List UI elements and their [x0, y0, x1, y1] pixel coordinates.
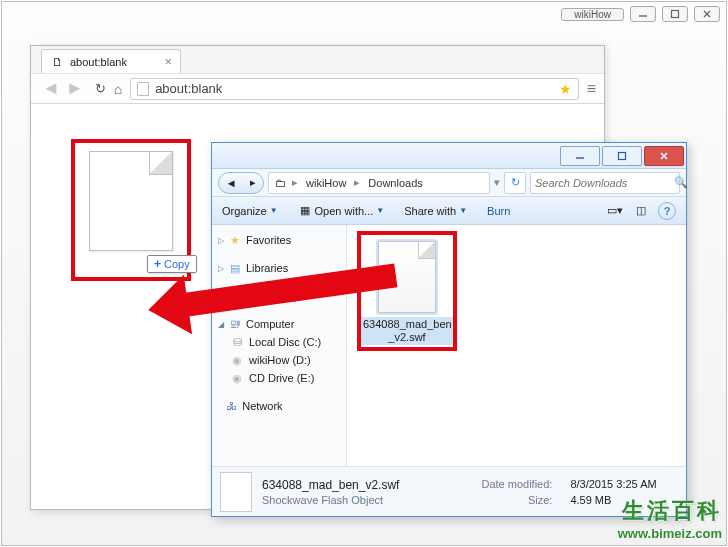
svg-rect-1: [672, 11, 679, 18]
sidebar-item-computer[interactable]: ◢🖳Computer: [212, 315, 346, 333]
disc-icon: ◉: [230, 353, 244, 367]
sidebar-item-cd-drive[interactable]: ◉CD Drive (E:): [212, 369, 346, 387]
details-date-value: 8/3/2015 3:25 AM: [570, 478, 678, 492]
forward-button[interactable]: ►: [63, 78, 87, 99]
url-box[interactable]: ★: [130, 78, 579, 100]
outer-window: wikiHow 🗋 about:blank × ◄ ► ↻ ⌂ ★: [1, 1, 727, 546]
sidebar-item-wikihow-drive[interactable]: ◉wikiHow (D:): [212, 351, 346, 369]
homegroup-icon: ⌂: [224, 289, 238, 303]
details-date-label: Date modified:: [460, 478, 552, 492]
explorer-nav-buttons[interactable]: ◄▸: [218, 172, 264, 194]
disk-icon: ⛁: [230, 335, 244, 349]
close-button[interactable]: [694, 6, 720, 22]
chevron-down-icon: ▷: [218, 236, 224, 245]
details-filename: 634088_mad_ben_v2.swf: [262, 478, 442, 492]
sidebar-item-homegroup[interactable]: ⌂Homegroup: [212, 287, 346, 305]
chevron-down-icon: ▷: [218, 264, 224, 273]
breadcrumb-root[interactable]: wikiHow: [303, 177, 349, 189]
breadcrumb[interactable]: 🗀 ▸ wikiHow ▸ Downloads: [268, 172, 490, 194]
minimize-button[interactable]: [630, 6, 656, 22]
explorer-body: ▷★Favorites ▷▤Libraries ⌂Homegroup ◢🖳Com…: [212, 225, 686, 466]
watermark: 生活百科 www.bimeiz.com: [618, 496, 722, 541]
watermark-cn: 生活百科: [618, 496, 722, 526]
network-icon: 🖧: [224, 399, 238, 413]
nav-arrows: ◄ ►: [39, 78, 87, 99]
watermark-url: www.bimeiz.com: [618, 526, 722, 541]
highlight-file-selection: 634088_mad_ben_v2.swf: [357, 231, 457, 351]
preview-pane-button[interactable]: ◫: [632, 202, 650, 220]
chevron-down-icon: ▼: [270, 206, 278, 215]
libraries-icon: ▤: [228, 261, 242, 275]
search-icon: 🔍: [674, 176, 688, 189]
explorer-file-pane[interactable]: 634088_mad_ben_v2.swf: [347, 225, 686, 466]
sidebar-item-network[interactable]: 🖧Network: [212, 397, 346, 415]
toolbar-open-with[interactable]: ▦Open with...▼: [298, 204, 385, 218]
app-label: wikiHow: [561, 8, 624, 21]
details-filetype: Shockwave Flash Object: [262, 494, 442, 506]
computer-icon: 🖳: [228, 317, 242, 331]
page-icon: [137, 82, 149, 96]
bookmark-star-icon[interactable]: ★: [559, 81, 572, 97]
chevron-down-icon: ▼: [376, 206, 384, 215]
highlight-dropzone: + Copy: [71, 139, 191, 281]
explorer-search-box[interactable]: 🔍: [530, 172, 680, 194]
explorer-address-row: ◄▸ 🗀 ▸ wikiHow ▸ Downloads ▾ ↻ 🔍: [212, 169, 686, 197]
chevron-right-icon: [218, 402, 220, 411]
explorer-maximize-button[interactable]: [602, 146, 642, 166]
help-button[interactable]: ?: [658, 202, 676, 220]
star-icon: ★: [228, 233, 242, 247]
disc-icon: ◉: [230, 371, 244, 385]
explorer-refresh-button[interactable]: ↻: [504, 172, 526, 194]
chevron-right-icon: [218, 292, 220, 301]
maximize-button[interactable]: [662, 6, 688, 22]
explorer-titlebar[interactable]: [212, 143, 686, 169]
toolbar-burn[interactable]: Burn: [487, 205, 510, 217]
sidebar-item-local-disk[interactable]: ⛁Local Disc (C:): [212, 333, 346, 351]
file-name[interactable]: 634088_mad_ben_v2.swf: [361, 317, 453, 345]
menu-icon[interactable]: ≡: [587, 80, 596, 98]
dragged-file-icon: [89, 151, 173, 251]
file-thumbnail[interactable]: [378, 241, 436, 313]
copy-label: Copy: [164, 258, 190, 270]
details-size-label: Size:: [460, 494, 552, 506]
tab-strip: 🗋 about:blank ×: [31, 46, 604, 74]
home-button[interactable]: ⌂: [114, 81, 122, 97]
tab-close-icon[interactable]: ×: [164, 54, 172, 69]
breadcrumb-folder[interactable]: Downloads: [365, 177, 425, 189]
explorer-search-input[interactable]: [535, 177, 674, 189]
folder-icon: 🗀: [273, 176, 287, 190]
explorer-toolbar: Organize▼ ▦Open with...▼ Share with▼ Bur…: [212, 197, 686, 225]
explorer-close-button[interactable]: [644, 146, 684, 166]
explorer-window: ◄▸ 🗀 ▸ wikiHow ▸ Downloads ▾ ↻ 🔍 Organiz…: [211, 142, 687, 517]
view-options-button[interactable]: ▭▾: [606, 202, 624, 220]
page-icon: 🗋: [50, 55, 64, 69]
tab-title: about:blank: [70, 56, 127, 68]
details-thumbnail: [220, 472, 252, 512]
browser-tab[interactable]: 🗋 about:blank ×: [41, 49, 181, 73]
plus-icon: +: [154, 257, 161, 271]
sidebar-item-libraries[interactable]: ▷▤Libraries: [212, 259, 346, 277]
explorer-minimize-button[interactable]: [560, 146, 600, 166]
url-input[interactable]: [155, 81, 553, 96]
chevron-down-icon: ▼: [459, 206, 467, 215]
explorer-details-pane: 634088_mad_ben_v2.swf Date modified: 8/3…: [212, 466, 686, 516]
address-bar: ◄ ► ↻ ⌂ ★ ≡: [31, 74, 604, 104]
chevron-down-icon: ◢: [218, 320, 224, 329]
toolbar-organize[interactable]: Organize▼: [222, 205, 278, 217]
svg-rect-3: [619, 153, 626, 160]
reload-button[interactable]: ↻: [95, 81, 106, 96]
app-icon: ▦: [298, 204, 312, 218]
back-button[interactable]: ◄: [39, 78, 63, 99]
outer-titlebar: wikiHow: [561, 6, 720, 22]
toolbar-share-with[interactable]: Share with▼: [404, 205, 467, 217]
sidebar-item-favorites[interactable]: ▷★Favorites: [212, 231, 346, 249]
copy-cursor-badge: + Copy: [147, 255, 197, 273]
explorer-sidebar: ▷★Favorites ▷▤Libraries ⌂Homegroup ◢🖳Com…: [212, 225, 347, 466]
